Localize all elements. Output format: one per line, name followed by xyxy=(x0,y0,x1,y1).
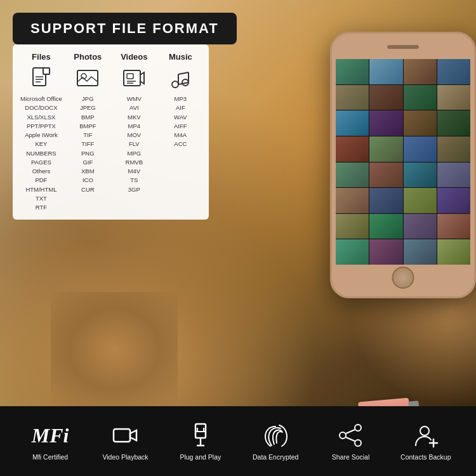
videos-column: Videos WMVAVIMKVMP4MOVFLVMPGRMVBM4VTS3GP xyxy=(114,52,155,212)
videos-list: WMVAVIMKVMP4MOVFLVMPGRMVBM4VTS3GP xyxy=(114,95,155,194)
photos-column: Photos JPGJPEGBMPBMPFTIFTIFFPNGGIFXBMICO… xyxy=(67,52,109,212)
music-header: Music xyxy=(160,52,201,62)
phone-container xyxy=(279,19,476,400)
contacts-label: Contacts Backup xyxy=(400,453,451,461)
photo-cell xyxy=(369,214,402,239)
videos-icon xyxy=(121,65,147,91)
svg-rect-17 xyxy=(114,429,130,442)
photo-cell xyxy=(437,188,470,213)
photo-cell xyxy=(336,85,369,110)
header-banner: SUPPORT FILE FORMAT xyxy=(13,13,237,44)
photo-cell xyxy=(404,85,437,110)
svg-line-28 xyxy=(346,437,355,441)
encrypted-label: Data Encrypted xyxy=(253,453,298,461)
phone-speaker xyxy=(387,45,419,49)
svg-rect-5 xyxy=(77,70,98,86)
bottom-item-mfi: MFi Mfi Certified xyxy=(13,421,88,461)
plug-label: Plug and Play xyxy=(180,453,221,461)
photo-cell xyxy=(336,188,369,213)
phone-screen xyxy=(336,59,470,265)
photo-cell xyxy=(404,214,437,239)
files-column: Files Microsoft OfficeDOC/DOCXXLS/XLSXPP… xyxy=(20,52,62,212)
svg-point-24 xyxy=(355,425,361,431)
photo-cell xyxy=(404,188,437,213)
photo-cell xyxy=(404,239,437,265)
photo-cell xyxy=(404,136,437,162)
camera-icon xyxy=(111,421,139,449)
phone-home-button[interactable] xyxy=(392,267,414,289)
bottom-bar: MFi Mfi Certified Video Playback xyxy=(0,406,476,476)
photo-cell xyxy=(404,59,437,84)
bottom-item-encrypted: Data Encrypted xyxy=(238,421,313,461)
photo-cell xyxy=(437,59,470,84)
music-icon xyxy=(168,65,193,91)
svg-line-27 xyxy=(346,430,355,433)
photo-cell xyxy=(369,239,402,265)
music-column: Music MP3AIFWAVAIFFM4AACC xyxy=(160,52,201,212)
photo-cell xyxy=(336,162,369,188)
bottom-item-share: Share Social xyxy=(313,421,388,461)
photo-cell xyxy=(404,162,437,188)
photo-cell xyxy=(336,59,369,84)
wrist-area xyxy=(51,292,178,406)
photos-icon xyxy=(75,65,100,91)
photo-cell xyxy=(437,162,470,188)
photo-cell xyxy=(336,239,369,265)
files-icon xyxy=(29,65,54,91)
photo-cell xyxy=(369,162,402,188)
svg-line-16 xyxy=(178,72,188,74)
bottom-item-contacts: Contacts Backup xyxy=(388,421,463,461)
photo-cell xyxy=(437,85,470,110)
photo-cell xyxy=(437,239,470,265)
photo-cell xyxy=(369,188,402,213)
files-list: Microsoft OfficeDOC/DOCXXLS/XLSXPPT/PPTX… xyxy=(20,95,62,212)
videos-header: Videos xyxy=(114,52,155,62)
photo-cell xyxy=(437,110,470,136)
svg-point-29 xyxy=(420,426,429,435)
svg-line-13 xyxy=(178,83,188,84)
share-icon xyxy=(336,421,364,449)
photo-cell xyxy=(336,136,369,162)
photo-cell xyxy=(437,136,470,162)
bottom-item-video: Video Playback xyxy=(88,421,162,461)
bottom-item-plug: Plug and Play xyxy=(163,421,238,461)
fingerprint-icon xyxy=(261,421,289,449)
mfi-icon: MFi xyxy=(36,421,64,449)
photo-cell xyxy=(369,136,402,162)
photo-cell xyxy=(437,214,470,239)
phone-frame xyxy=(330,32,476,298)
photo-cell xyxy=(404,110,437,136)
photo-cell xyxy=(369,59,402,84)
format-table: Files Microsoft OfficeDOC/DOCXXLS/XLSXPP… xyxy=(13,44,209,220)
photos-list: JPGJPEGBMPBMPFTIFTIFFPNGGIFXBMICOCUR xyxy=(67,95,109,194)
photo-cell xyxy=(369,110,402,136)
svg-point-25 xyxy=(340,432,346,439)
svg-point-26 xyxy=(355,440,361,446)
photo-cell xyxy=(336,110,369,136)
person-add-icon xyxy=(412,421,440,449)
usb-icon xyxy=(187,421,215,449)
photos-header: Photos xyxy=(67,52,109,62)
main-container: SUPPORT FILE FORMAT Files Microsoft Offi… xyxy=(0,0,476,476)
music-list: MP3AIFWAVAIFFM4AACC xyxy=(160,95,201,149)
photo-cell xyxy=(336,214,369,239)
header-title: SUPPORT FILE FORMAT xyxy=(30,20,219,37)
svg-point-11 xyxy=(172,81,178,88)
photo-cell xyxy=(369,85,402,110)
video-label: Video Playback xyxy=(102,453,148,461)
share-label: Share Social xyxy=(332,453,370,461)
svg-rect-1 xyxy=(43,68,50,74)
files-header: Files xyxy=(20,52,62,62)
mfi-label: Mfi Certified xyxy=(32,453,68,461)
